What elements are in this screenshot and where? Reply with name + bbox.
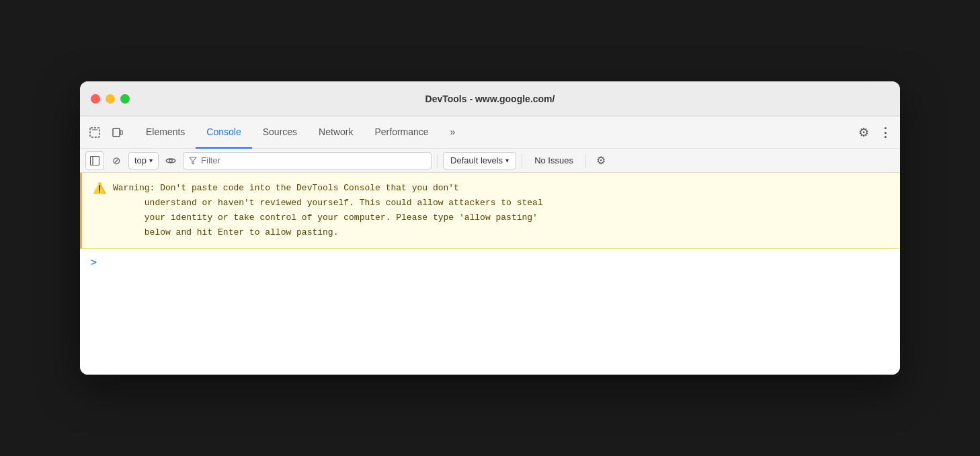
prompt-chevron: >	[91, 256, 97, 268]
console-prompt: >	[80, 249, 900, 275]
eye-icon[interactable]	[161, 151, 180, 170]
more-options-icon[interactable]: ⋮	[876, 123, 895, 142]
titlebar: DevTools - www.google.com/	[80, 81, 900, 116]
filter-icon	[189, 157, 197, 165]
no-issues-button[interactable]: No Issues	[528, 152, 580, 169]
tab-performance[interactable]: Performance	[364, 116, 439, 149]
maximize-button[interactable]	[120, 94, 130, 104]
tab-console[interactable]: Console	[196, 116, 251, 149]
device-toolbar-icon[interactable]	[108, 123, 127, 142]
toolbar-divider-3	[585, 154, 586, 167]
traffic-lights	[91, 94, 130, 104]
tab-network[interactable]: Network	[308, 116, 364, 149]
console-settings-icon[interactable]: ⚙	[591, 151, 610, 170]
console-input[interactable]	[101, 256, 889, 266]
svg-rect-3	[91, 156, 99, 165]
tab-more[interactable]: »	[440, 116, 466, 149]
settings-gear-icon[interactable]: ⚙	[854, 123, 873, 142]
toolbar: ⊘ top ▾ Default levels ▾ No Issues	[80, 149, 900, 173]
tab-icons-left	[85, 123, 127, 142]
minimize-button[interactable]	[106, 94, 115, 104]
tabs-bar: Elements Console Sources Network Perform…	[80, 116, 900, 149]
svg-point-5	[169, 159, 172, 161]
clear-console-button[interactable]: ⊘	[107, 151, 126, 170]
console-area: ⚠️ Warning: Don't paste code into the De…	[80, 173, 900, 375]
warning-icon: ⚠️	[93, 182, 106, 194]
toolbar-divider-2	[522, 154, 522, 167]
cursor-select-icon[interactable]	[85, 123, 104, 142]
svg-rect-0	[90, 128, 99, 137]
filter-input[interactable]	[201, 155, 425, 165]
tab-sources[interactable]: Sources	[252, 116, 308, 149]
toolbar-divider	[437, 154, 438, 167]
svg-rect-1	[113, 128, 120, 137]
devtools-window: DevTools - www.google.com/ Elements Cons…	[80, 81, 900, 375]
filter-input-wrapper	[183, 152, 432, 169]
svg-rect-2	[120, 130, 122, 135]
tab-elements[interactable]: Elements	[135, 116, 196, 149]
context-selector[interactable]: top ▾	[128, 152, 159, 169]
warning-message: ⚠️ Warning: Don't paste code into the De…	[80, 173, 900, 249]
warning-text: Warning: Don't paste code into the DevTo…	[113, 181, 543, 240]
tabs-right: ⚙ ⋮	[854, 123, 895, 142]
close-button[interactable]	[91, 94, 100, 104]
window-title: DevTools - www.google.com/	[425, 93, 555, 104]
sidebar-toggle-button[interactable]	[85, 151, 104, 170]
default-levels-button[interactable]: Default levels ▾	[443, 152, 516, 169]
